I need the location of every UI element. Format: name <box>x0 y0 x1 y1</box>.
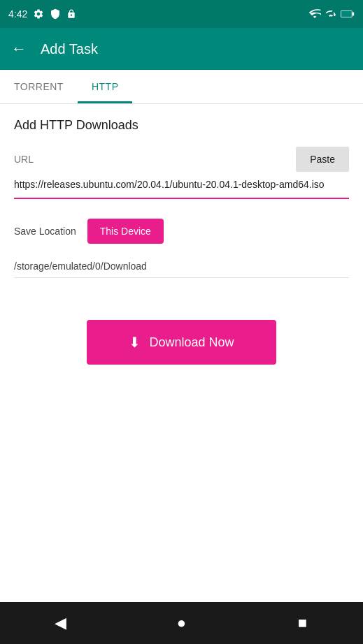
page-title: Add Task <box>41 41 98 57</box>
save-location-row: Save Location This Device <box>14 219 349 244</box>
tab-http[interactable]: HTTP <box>78 70 133 103</box>
svg-rect-2 <box>341 11 352 17</box>
download-button-container: ⬇ Download Now <box>14 320 349 365</box>
svg-rect-1 <box>353 13 355 16</box>
paste-button[interactable]: Paste <box>296 147 349 172</box>
status-right <box>308 8 355 20</box>
nav-home-button[interactable]: ● <box>164 606 199 641</box>
nav-back-button[interactable]: ◀ <box>43 606 78 641</box>
url-row: URL Paste <box>14 147 349 172</box>
toolbar: ← Add Task <box>0 28 363 70</box>
this-device-button[interactable]: This Device <box>87 219 164 244</box>
lock-icon <box>66 9 76 19</box>
form-section: Add HTTP Downloads URL Paste https://rel… <box>0 104 363 602</box>
tab-torrent[interactable]: TORRENT <box>0 70 78 103</box>
wifi-icon <box>308 8 321 20</box>
tab-bar: TORRENT HTTP <box>0 70 363 104</box>
settings-icon <box>33 8 44 20</box>
section-title: Add HTTP Downloads <box>14 118 349 133</box>
status-bar: 4:42 <box>0 0 363 28</box>
status-time: 4:42 <box>8 8 27 20</box>
nav-recent-button[interactable]: ■ <box>285 606 320 641</box>
download-button-label: Download Now <box>149 335 234 350</box>
save-location-label: Save Location <box>14 226 76 237</box>
signal-icon <box>325 8 336 20</box>
url-label: URL <box>14 154 34 165</box>
download-icon: ⬇ <box>129 334 141 351</box>
back-button[interactable]: ← <box>11 40 27 58</box>
status-left: 4:42 <box>8 8 76 20</box>
main-content: TORRENT HTTP Add HTTP Downloads URL Past… <box>0 70 363 602</box>
battery-icon <box>341 9 355 19</box>
download-now-button[interactable]: ⬇ Download Now <box>87 320 276 365</box>
save-path: /storage/emulated/0/Download <box>14 255 349 278</box>
bottom-nav: ◀ ● ■ <box>0 602 363 644</box>
url-value[interactable]: https://releases.ubuntu.com/20.04.1/ubun… <box>14 177 349 192</box>
shield-icon <box>50 8 61 20</box>
url-input-container[interactable]: https://releases.ubuntu.com/20.04.1/ubun… <box>14 177 349 199</box>
